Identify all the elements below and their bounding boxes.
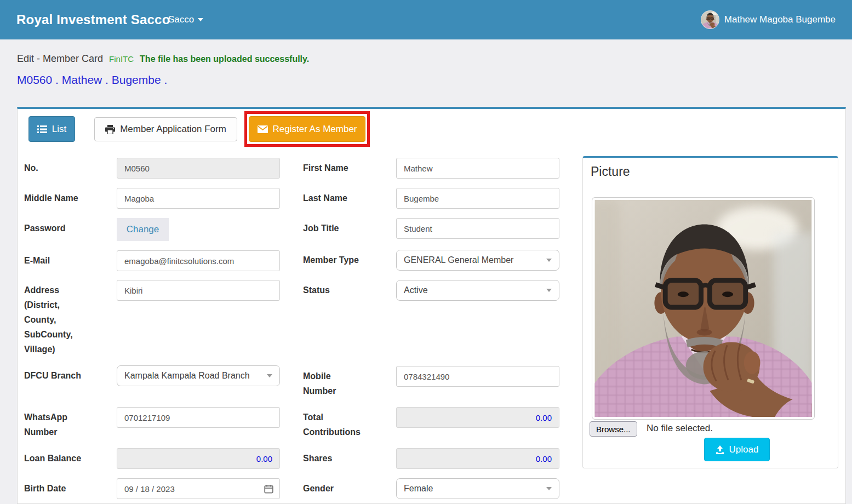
job-title-label: Job Title — [303, 221, 391, 236]
member-photo — [592, 197, 815, 420]
calendar-icon[interactable] — [264, 484, 273, 494]
user-name: Mathew Magoba Bugembe — [724, 14, 836, 25]
no-file-selected-text: No file selected. — [647, 423, 713, 434]
printer-icon — [105, 125, 115, 134]
job-title-field[interactable] — [396, 218, 559, 239]
email-field[interactable] — [117, 250, 280, 271]
upload-success-message: The file has been uploaded successfully. — [140, 54, 309, 64]
member-heading: M0560 . Mathew . Bugembe . — [17, 73, 167, 87]
member-type-select[interactable]: GENERAL General Member — [396, 250, 559, 271]
address-label: Address (District, County, SubCounty, Vi… — [24, 283, 112, 357]
status-select[interactable]: Active — [396, 280, 559, 301]
no-label: No. — [24, 161, 112, 175]
dfcu-branch-label: DFCU Branch — [24, 368, 112, 383]
register-as-member-label: Register As Member — [273, 124, 357, 135]
mobile-number-label: Mobile Number — [303, 369, 391, 398]
email-label: E-Mail — [24, 253, 112, 268]
no-field — [117, 158, 280, 179]
password-label: Password — [24, 221, 112, 236]
member-type-value: GENERAL General Member — [404, 255, 513, 265]
caret-down-icon — [198, 18, 203, 21]
dfcu-branch-value: Kampala Kampala Road Branch — [124, 371, 250, 381]
list-button-label: List — [52, 124, 66, 135]
user-menu[interactable]: Mathew Magoba Bugembe — [701, 0, 836, 39]
status-value: Active — [404, 285, 428, 295]
birth-date-field[interactable]: 09 / 18 / 2023 — [117, 478, 280, 499]
loan-balance-field: 0.00 — [117, 448, 280, 469]
register-as-member-button[interactable]: Register As Member — [249, 116, 365, 142]
status-label: Status — [303, 283, 391, 297]
middle-name-label: Middle Name — [24, 191, 112, 205]
loan-balance-value: 0.00 — [256, 454, 272, 463]
envelope-icon — [258, 125, 268, 133]
shares-label: Shares — [303, 451, 391, 466]
first-name-field[interactable] — [396, 158, 559, 179]
dfcu-branch-select[interactable]: Kampala Kampala Road Branch — [117, 365, 280, 386]
user-avatar[interactable] — [701, 10, 719, 29]
caret-down-icon — [546, 259, 552, 262]
shares-value: 0.00 — [536, 454, 552, 463]
gender-select[interactable]: Female — [396, 478, 559, 499]
middle-name-field[interactable] — [117, 188, 280, 209]
page-heading-row: Edit - Member Card FinITC The file has b… — [17, 53, 309, 65]
gender-label: Gender — [303, 481, 391, 496]
page-title: Edit - Member Card — [17, 53, 103, 64]
list-icon — [37, 125, 47, 134]
mobile-number-field[interactable] — [396, 366, 559, 387]
member-application-form-button[interactable]: Member Application Form — [94, 117, 237, 141]
address-field[interactable] — [117, 280, 280, 301]
total-contributions-label: Total Contributions — [303, 410, 391, 439]
last-name-field[interactable] — [396, 188, 559, 209]
top-navbar: Royal Investment Sacco Sacco Mathew Mago… — [0, 0, 852, 39]
nav-menu-sacco[interactable]: Sacco — [168, 0, 203, 39]
shares-field: 0.00 — [396, 448, 559, 469]
caret-down-icon — [546, 487, 552, 490]
whatsapp-number-field[interactable] — [117, 407, 280, 428]
browse-file-label: Browse... — [596, 425, 631, 434]
loan-balance-label: Loan Balance — [24, 451, 112, 466]
change-password-label: Change — [127, 224, 159, 235]
total-contributions-field: 0.00 — [396, 407, 559, 428]
upload-button[interactable]: Upload — [704, 438, 770, 461]
upload-arrow-icon — [716, 445, 724, 454]
member-application-form-label: Member Application Form — [120, 124, 226, 135]
whatsapp-number-label: WhatsApp Number — [24, 410, 112, 439]
birth-date-label: Birth Date — [24, 481, 112, 496]
register-annotation-highlight: Register As Member — [244, 111, 370, 147]
last-name-label: Last Name — [303, 191, 391, 205]
birth-date-value: 09 / 18 / 2023 — [124, 484, 175, 494]
caret-down-icon — [546, 289, 552, 292]
nav-menu-sacco-label: Sacco — [168, 14, 194, 25]
app-brand[interactable]: Royal Investment Sacco — [16, 0, 170, 39]
picture-panel-title: Picture — [591, 164, 630, 179]
change-password-button[interactable]: Change — [117, 218, 169, 241]
gender-value: Female — [404, 484, 433, 494]
browse-file-button[interactable]: Browse... — [590, 421, 637, 437]
app-tag: FinITC — [109, 54, 134, 64]
upload-button-label: Upload — [729, 444, 759, 455]
first-name-label: First Name — [303, 161, 391, 175]
member-type-label: Member Type — [303, 253, 391, 267]
caret-down-icon — [267, 374, 272, 377]
list-button[interactable]: List — [28, 116, 75, 142]
total-contributions-value: 0.00 — [536, 413, 552, 422]
